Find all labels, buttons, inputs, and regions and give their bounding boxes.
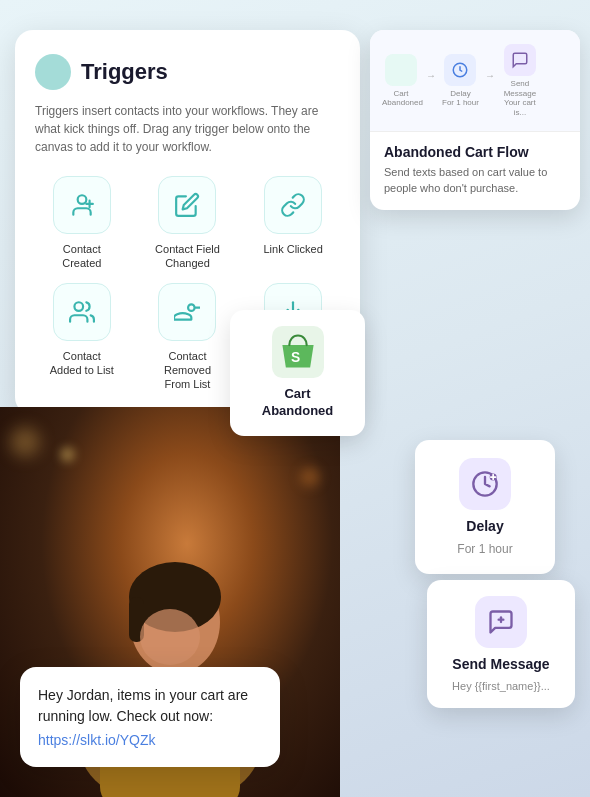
message-bubble-link[interactable]: https://slkt.io/YQZk xyxy=(38,732,155,748)
cart-abandoned-card[interactable]: S CartAbandoned xyxy=(230,310,365,436)
abandoned-info: Abandoned Cart Flow Send texts based on … xyxy=(370,132,580,210)
send-message-title: Send Message xyxy=(452,656,549,672)
triggers-header: Triggers xyxy=(35,54,340,90)
flow-step-cart: 🛍 CartAbandoned xyxy=(382,54,420,108)
triggers-title: Triggers xyxy=(81,59,168,85)
send-message-icon xyxy=(487,608,515,636)
trigger-label-added-list: ContactAdded to List xyxy=(50,349,114,378)
abandoned-cart-desc: Send texts based on cart value to people… xyxy=(384,165,566,196)
delay-card: Delay For 1 hour xyxy=(415,440,555,574)
send-message-card: Send Message Hey {{first_name}}... xyxy=(427,580,575,708)
flow-step-delay: DelayFor 1 hour xyxy=(442,54,479,108)
send-message-preview: Hey {{first_name}}... xyxy=(452,680,550,692)
trigger-contact-field-changed[interactable]: Contact FieldChanged xyxy=(141,176,235,271)
abandoned-cart-flow-card: 🛍 CartAbandoned → DelayFor 1 hour → xyxy=(370,30,580,210)
trigger-icon-box-contact-created xyxy=(53,176,111,234)
trigger-contact-added-list[interactable]: ContactAdded to List xyxy=(35,283,129,392)
flow-preview: 🛍 CartAbandoned → DelayFor 1 hour → xyxy=(370,30,580,132)
svg-text:S: S xyxy=(291,349,300,365)
trigger-icon-box-link-clicked xyxy=(264,176,322,234)
shopify-bag-icon: S xyxy=(272,326,324,378)
flow-icon-delay xyxy=(444,54,476,86)
trigger-icon-box-removed xyxy=(158,283,216,341)
flow-icon-send xyxy=(504,44,536,76)
shopify-icon-small: 🛍 xyxy=(392,61,410,79)
user-remove-icon xyxy=(174,299,200,325)
flow-label-delay: DelayFor 1 hour xyxy=(442,89,479,108)
send-icon-container xyxy=(475,596,527,648)
svg-point-0 xyxy=(77,195,86,204)
trigger-icon-box-field-changed xyxy=(158,176,216,234)
flow-label-cart: CartAbandoned xyxy=(382,89,420,108)
link-icon xyxy=(280,192,306,218)
trigger-label-removed: ContactRemovedFrom List xyxy=(164,349,211,392)
svg-point-3 xyxy=(74,302,83,311)
delay-clock-icon xyxy=(471,470,499,498)
delay-title: Delay xyxy=(466,518,503,534)
abandoned-cart-title: Abandoned Cart Flow xyxy=(384,144,566,160)
flow-arrow-1: → xyxy=(426,70,436,81)
clock-icon-small xyxy=(451,61,469,79)
svg-rect-6 xyxy=(392,61,410,79)
user-list-icon xyxy=(69,299,95,325)
user-plus-icon xyxy=(69,192,95,218)
edit-icon xyxy=(174,192,200,218)
triggers-icon xyxy=(35,54,71,90)
message-bubble-text: Hey Jordan, items in your cart are runni… xyxy=(38,685,262,727)
trigger-link-clicked[interactable]: Link Clicked xyxy=(246,176,340,271)
flow-icon-cart: 🛍 xyxy=(385,54,417,86)
message-icon-small xyxy=(511,51,529,69)
trigger-icon-box-added-list xyxy=(53,283,111,341)
cart-abandoned-label: CartAbandoned xyxy=(262,386,334,420)
delay-subtitle: For 1 hour xyxy=(457,542,512,556)
trigger-contact-created[interactable]: ContactCreated xyxy=(35,176,129,271)
svg-point-16 xyxy=(140,609,200,665)
trigger-contact-removed[interactable]: ContactRemovedFrom List xyxy=(141,283,235,392)
message-bubble-card: Hey Jordan, items in your cart are runni… xyxy=(20,667,280,767)
flow-step-send: Send MessageYour cart is... xyxy=(501,44,539,117)
flow-label-send: Send MessageYour cart is... xyxy=(501,79,539,117)
triggers-description: Triggers insert contacts into your workf… xyxy=(35,102,340,156)
trigger-label-link-clicked: Link Clicked xyxy=(264,242,323,256)
trigger-label-field-changed: Contact FieldChanged xyxy=(155,242,220,271)
trigger-label-contact-created: ContactCreated xyxy=(62,242,101,271)
delay-icon-container xyxy=(459,458,511,510)
flow-arrow-2: → xyxy=(485,70,495,81)
